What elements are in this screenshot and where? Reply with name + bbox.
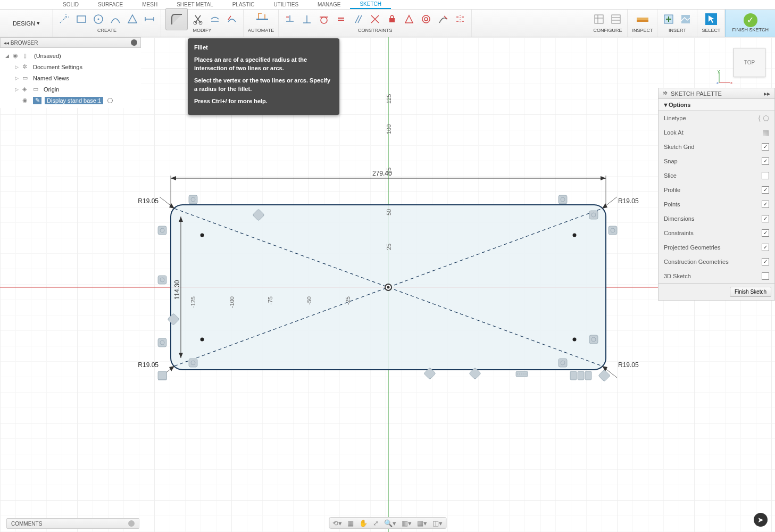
coincident-constraint-icon[interactable] — [368, 12, 382, 26]
group-create: CREATE — [53, 10, 161, 37]
tab-solid[interactable]: SOLID — [53, 1, 88, 9]
expand-icon[interactable]: ▷ — [15, 76, 19, 81]
tangent-constraint-icon[interactable] — [317, 12, 331, 26]
curvature-constraint-icon[interactable] — [436, 12, 450, 26]
automate-tool-icon[interactable] — [254, 12, 268, 26]
modify-label[interactable]: MODIFY — [193, 28, 212, 34]
configure-icon-1[interactable] — [592, 12, 606, 26]
visibility-icon[interactable]: ◈ — [22, 86, 30, 93]
equal-constraint-icon[interactable] — [334, 12, 348, 26]
arc-tool-icon[interactable] — [109, 12, 122, 26]
svg-rect-72 — [559, 195, 567, 204]
tree-doc-settings[interactable]: ▷ ✲ Document Settings — [0, 61, 141, 72]
palette-options-header[interactable]: ▼ Options — [659, 99, 774, 111]
inspect-label[interactable]: INSPECT — [632, 28, 653, 34]
rectangle-tool-icon[interactable] — [74, 12, 88, 26]
svg-text:-125: -125 — [190, 296, 196, 308]
comments-bar[interactable]: COMMENTS — [6, 518, 139, 529]
finish-sketch-button[interactable]: ✓ FINISH SKETCH — [725, 10, 775, 37]
parallel-constraint-icon[interactable] — [351, 12, 365, 26]
browser-collapse-icon[interactable] — [131, 39, 137, 46]
polygon-tool-icon[interactable] — [126, 12, 139, 26]
insert-icon-1[interactable] — [662, 12, 676, 26]
check-icon: ✓ — [744, 13, 757, 27]
constraints-label[interactable]: CONSTRAINTS — [358, 28, 393, 34]
offset-tool-icon[interactable] — [225, 12, 239, 26]
configure-label[interactable]: CONFIGURE — [593, 28, 622, 34]
tab-surface[interactable]: SURFACE — [88, 1, 132, 9]
concentric-constraint-icon[interactable] — [419, 12, 433, 26]
design-dropdown[interactable]: DESIGN ▾ — [0, 10, 53, 37]
tree-sketch-item[interactable]: ◉ ✎ Display stand base:1 — [0, 95, 141, 106]
viewcube[interactable]: TOP — [734, 48, 765, 77]
automate-label[interactable]: AUTOMATE — [248, 28, 274, 34]
pan-icon[interactable]: ✋ — [359, 519, 368, 527]
expand-icon[interactable]: ▷ — [15, 87, 19, 92]
tab-mesh[interactable]: MESH — [132, 1, 167, 9]
create-label[interactable]: CREATE — [97, 28, 116, 34]
active-sketch-radio[interactable] — [107, 98, 113, 103]
checkbox[interactable] — [762, 215, 769, 222]
configure-icon-2[interactable] — [609, 12, 623, 26]
checkbox[interactable] — [762, 244, 769, 251]
svg-rect-85 — [598, 370, 611, 382]
finish-sketch-button-palette[interactable]: Finish Sketch — [730, 287, 771, 297]
expand-icon[interactable]: ▷ — [15, 64, 19, 70]
checkbox[interactable] — [762, 272, 769, 280]
fit-icon[interactable]: 🔍▾ — [384, 519, 396, 527]
opt-lookat[interactable]: Look At▦ — [659, 125, 774, 139]
tree-named-views[interactable]: ▷ ▭ Named Views — [0, 72, 141, 84]
visibility-icon[interactable]: ◉ — [13, 52, 20, 59]
select-icon[interactable] — [704, 12, 718, 26]
fix-constraint-icon[interactable] — [385, 12, 399, 26]
checkbox[interactable] — [762, 258, 769, 265]
checkbox[interactable] — [762, 201, 769, 208]
svg-text:R19.05: R19.05 — [618, 197, 639, 205]
look-icon[interactable]: ▦ — [347, 519, 354, 527]
svg-text:R19.05: R19.05 — [138, 197, 159, 205]
svg-marker-41 — [602, 203, 607, 209]
select-label[interactable]: SELECT — [702, 28, 720, 34]
inspect-icon[interactable] — [636, 12, 649, 26]
zoom-icon[interactable]: ⤢ — [373, 519, 379, 527]
tab-manage[interactable]: MANAGE — [308, 1, 350, 9]
fillet-tool-icon[interactable] — [165, 8, 188, 30]
horizontal-constraint-icon[interactable] — [283, 12, 297, 26]
perpendicular-constraint-icon[interactable] — [300, 12, 314, 26]
tree-origin[interactable]: ▷ ◈ ▭ Origin — [0, 84, 141, 95]
display-icon[interactable]: ▥▾ — [402, 519, 412, 527]
line-tool-icon[interactable] — [57, 12, 71, 26]
checkbox[interactable] — [762, 157, 769, 165]
tab-sheet-metal[interactable]: SHEET METAL — [167, 1, 223, 9]
tree-root[interactable]: ◢ ◉ ▯ (Unsaved) — [0, 50, 141, 61]
dimension-tool-icon[interactable] — [143, 12, 156, 26]
linetype-icon-2: ⬠ — [763, 114, 769, 122]
tab-utilities[interactable]: UTILITIES — [264, 1, 308, 9]
visibility-icon[interactable]: ◉ — [22, 97, 30, 104]
feedback-icon[interactable]: ➤ — [754, 513, 768, 527]
browser-header[interactable]: ◂◂ BROWSER — [0, 37, 141, 48]
grid-icon[interactable]: ▦▾ — [417, 519, 427, 527]
extend-tool-icon[interactable] — [208, 12, 222, 26]
palette-titlebar[interactable]: ✲ SKETCH PALETTE ▸▸ — [659, 88, 774, 99]
checkbox[interactable] — [762, 229, 769, 237]
checkbox[interactable] — [762, 172, 769, 179]
circle-tool-icon[interactable] — [91, 12, 105, 26]
midpoint-constraint-icon[interactable] — [402, 12, 416, 26]
orbit-icon[interactable]: ⟲▾ — [332, 519, 342, 527]
expand-icon[interactable]: ▸▸ — [764, 90, 770, 97]
comments-collapse-icon[interactable] — [128, 520, 135, 527]
insert-icon-2[interactable] — [679, 12, 693, 26]
svg-rect-74 — [589, 211, 598, 219]
insert-label[interactable]: INSERT — [669, 28, 686, 34]
checkbox[interactable] — [762, 143, 769, 151]
tab-plastic[interactable]: PLASTIC — [223, 1, 264, 9]
opt-linetype[interactable]: Linetype⟨⬠ — [659, 111, 774, 125]
expand-icon[interactable]: ◢ — [5, 53, 10, 59]
trim-tool-icon[interactable] — [191, 12, 205, 26]
viewport-icon[interactable]: ◫▾ — [432, 519, 443, 527]
browser-panel: ◂◂ BROWSER ◢ ◉ ▯ (Unsaved) ▷ ✲ Document … — [0, 37, 141, 108]
tab-sketch[interactable]: SKETCH — [350, 0, 391, 9]
symmetry-constraint-icon[interactable] — [453, 12, 467, 26]
checkbox[interactable] — [762, 186, 769, 194]
